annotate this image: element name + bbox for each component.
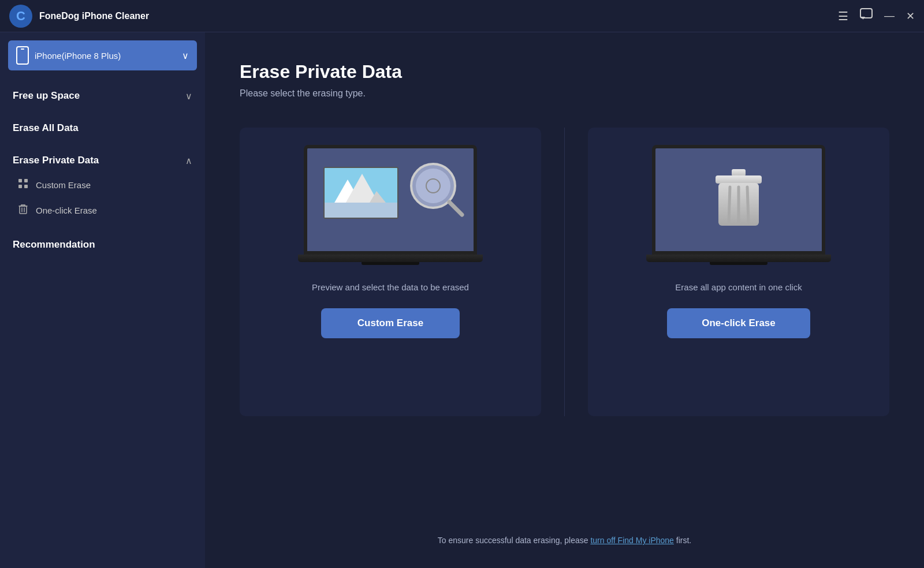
custom-erase-illustration — [298, 145, 483, 265]
sidebar-item-one-click-erase[interactable]: One-click Erase — [0, 197, 205, 223]
laptop-stand — [362, 262, 419, 265]
page-title: Erase Private Data — [240, 61, 889, 83]
svg-rect-3 — [18, 179, 22, 182]
sidebar: iPhone(iPhone 8 Plus) ∨ Free up Space ∨ … — [0, 32, 205, 568]
chat-icon[interactable] — [860, 8, 873, 24]
oneclick-erase-card: Erase all app content in one click One-c… — [588, 128, 889, 416]
sidebar-item-erase-private-data[interactable]: Erase Private Data ∧ — [0, 144, 205, 172]
find-my-iphone-link[interactable]: turn off Find My iPhone — [590, 536, 673, 545]
chevron-down-icon: ∨ — [182, 50, 189, 61]
sidebar-item-custom-erase[interactable]: Custom Erase — [0, 172, 205, 197]
svg-rect-5 — [18, 185, 22, 188]
photo-thumbnail — [323, 167, 398, 219]
device-icon — [16, 46, 29, 65]
sidebar-item-erase-all-data[interactable]: Erase All Data — [0, 112, 205, 144]
svg-line-24 — [747, 187, 748, 222]
laptop-base-2 — [646, 255, 831, 262]
device-selector[interactable]: iPhone(iPhone 8 Plus) ∨ — [8, 40, 197, 70]
footer-text-before: To ensure successful data erasing, pleas… — [438, 536, 591, 545]
custom-erase-card: Preview and select the data to be erased… — [240, 128, 541, 416]
trash-icon — [17, 204, 29, 216]
main-content: Erase Private Data Please select the era… — [205, 32, 924, 568]
device-name: iPhone(iPhone 8 Plus) — [35, 51, 121, 61]
titlebar-controls: ☰ — ✕ — [838, 8, 915, 24]
laptop-base — [298, 255, 483, 262]
svg-rect-6 — [24, 185, 28, 188]
page-subtitle: Please select the erasing type. — [240, 88, 889, 99]
svg-rect-20 — [716, 175, 762, 184]
sidebar-nav: Free up Space ∨ Erase All Data Erase Pri… — [0, 74, 205, 568]
app-logo-icon: C — [9, 5, 32, 28]
laptop-screen-oneclick — [652, 145, 825, 255]
grid-icon — [17, 178, 29, 191]
laptop-stand-2 — [710, 262, 767, 265]
sidebar-item-free-up-space[interactable]: Free up Space ∨ — [0, 80, 205, 112]
app-title: FoneDog iPhone Cleaner — [39, 11, 149, 21]
svg-rect-2 — [860, 9, 872, 18]
laptop-screen-custom — [304, 145, 477, 255]
custom-erase-button[interactable]: Custom Erase — [321, 308, 460, 338]
sidebar-item-recommendation[interactable]: Recommendation — [0, 229, 205, 261]
nav-sub-items: Custom Erase One-click Erase — [0, 172, 205, 229]
svg-rect-7 — [20, 206, 27, 214]
titlebar-left: C FoneDog iPhone Cleaner — [9, 5, 149, 28]
chevron-up-icon: ∧ — [185, 155, 192, 166]
oneclick-erase-illustration — [646, 145, 831, 265]
oneclick-erase-button[interactable]: One-click Erase — [667, 308, 810, 338]
svg-line-22 — [729, 187, 730, 222]
screen-bg-oneclick — [655, 148, 822, 251]
svg-text:C: C — [16, 9, 25, 23]
device-selector-left: iPhone(iPhone 8 Plus) — [16, 46, 121, 65]
svg-point-16 — [416, 169, 450, 203]
svg-line-17 — [449, 202, 462, 215]
svg-rect-19 — [732, 169, 746, 176]
main-layout: iPhone(iPhone 8 Plus) ∨ Free up Space ∨ … — [0, 32, 924, 568]
footer-note: To ensure successful data erasing, pleas… — [240, 518, 889, 545]
screen-bg — [307, 148, 474, 251]
erase-options: Preview and select the data to be erased… — [240, 128, 889, 416]
oneclick-erase-description: Erase all app content in one click — [675, 282, 802, 292]
minimize-icon[interactable]: — — [884, 10, 895, 22]
magnifier-icon — [407, 160, 465, 218]
footer-text-after: first. — [674, 536, 691, 545]
trash-can-illustration — [713, 168, 765, 231]
menu-icon[interactable]: ☰ — [838, 9, 848, 23]
close-icon[interactable]: ✕ — [906, 10, 915, 23]
svg-rect-14 — [325, 203, 398, 219]
titlebar: C FoneDog iPhone Cleaner ☰ — ✕ — [0, 0, 924, 32]
svg-rect-4 — [24, 179, 28, 182]
chevron-icon: ∨ — [185, 91, 192, 102]
card-divider — [564, 128, 565, 416]
custom-erase-description: Preview and select the data to be erased — [312, 282, 469, 292]
